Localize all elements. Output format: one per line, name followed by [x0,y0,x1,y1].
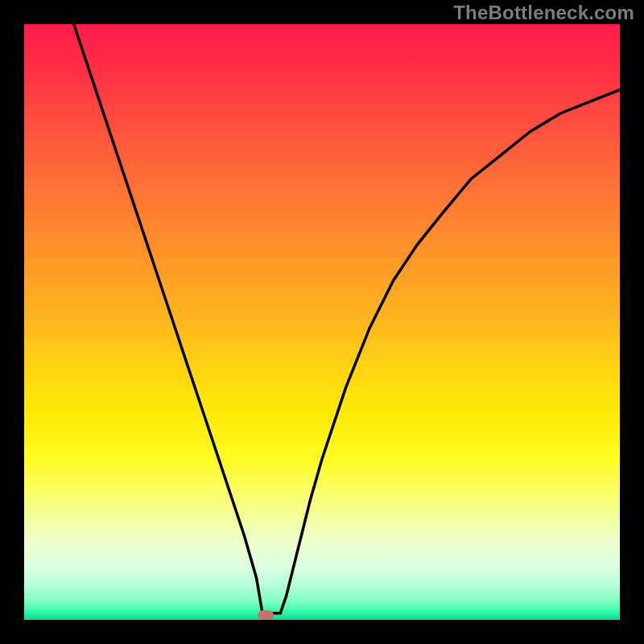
bottleneck-curve [24,24,620,613]
optimal-point-marker [258,610,274,620]
plot-area [24,24,620,620]
watermark-text: TheBottleneck.com [453,2,634,24]
curve-layer [24,24,620,620]
chart-frame: TheBottleneck.com [0,0,644,644]
